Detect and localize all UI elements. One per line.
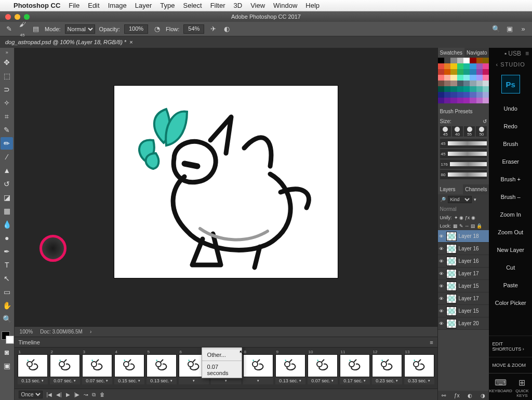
delay-option[interactable]: 10.0 <box>202 347 242 348</box>
frame-delay[interactable]: 0.07 sec. ▾ <box>308 377 338 384</box>
layer-thumb[interactable] <box>446 269 457 278</box>
link-layers-icon[interactable]: ⚯ <box>442 393 446 398</box>
swatch-cell[interactable] <box>438 63 444 69</box>
frame-thumb[interactable] <box>404 354 434 377</box>
blend-mode[interactable]: Normal <box>440 206 457 212</box>
layer-thumb[interactable] <box>446 232 457 241</box>
keyboard-button[interactable]: ⌨KEYBOARD <box>489 374 512 400</box>
lasso-tool[interactable]: ⊃ <box>1 83 13 96</box>
frame-thumb[interactable] <box>50 354 80 377</box>
visibility-icon[interactable]: 👁 <box>439 234 444 239</box>
frame-thumb[interactable] <box>82 354 112 377</box>
loop-select[interactable]: Once <box>19 391 43 398</box>
frame-delay[interactable]: 0.17 sec. ▾ <box>340 377 370 384</box>
swatch-cell[interactable] <box>476 86 483 92</box>
swatch-cell[interactable] <box>470 69 476 75</box>
timeline-menu-icon[interactable]: ≡ <box>430 339 433 345</box>
panel-toggle-icon[interactable]: » <box>518 25 528 33</box>
swatch-cell[interactable] <box>450 92 457 98</box>
brush-preset[interactable]: 45 <box>440 126 451 137</box>
layer-list[interactable]: 👁Layer 18👁Layer 16👁Layer 16👁Layer 17👁Lay… <box>438 230 489 391</box>
path-tool[interactable]: ↖ <box>1 272 13 285</box>
layers-tab[interactable]: Layers <box>438 184 463 194</box>
brush-thumbs[interactable]: 45405550 <box>440 126 487 137</box>
move-tool[interactable]: ✥ <box>1 56 13 69</box>
visibility-icon[interactable]: 👁 <box>439 246 444 251</box>
layer-filter-kind[interactable]: Kind <box>448 196 472 203</box>
swatch-cell[interactable] <box>463 86 470 92</box>
menu-3d[interactable]: 3D <box>234 2 243 9</box>
frame-thumb[interactable] <box>340 354 370 377</box>
fx-icon[interactable]: ƒx <box>454 393 460 398</box>
swatch-cell[interactable] <box>476 81 483 86</box>
delete-frame-button[interactable]: 🗑 <box>100 392 105 397</box>
swatch-cell[interactable] <box>463 98 470 103</box>
close-tab-icon[interactable]: × <box>129 39 132 45</box>
swatch-cell[interactable] <box>483 63 489 69</box>
shortcut-zoom-in[interactable]: Zoom In <box>489 206 532 223</box>
swatch-cell[interactable] <box>444 81 450 86</box>
frame-delay[interactable]: 0.15 sec. ▾ <box>114 377 144 384</box>
mode-select[interactable]: Normal <box>65 24 95 34</box>
swatch-cell[interactable] <box>438 58 444 63</box>
frame-delay[interactable]: ▾ <box>179 377 209 384</box>
swatch-cell[interactable] <box>483 92 489 98</box>
swatch-cell[interactable] <box>483 69 489 75</box>
visibility-icon[interactable]: 👁 <box>439 284 444 289</box>
flow-field[interactable]: 54% <box>183 24 204 34</box>
close-window-button[interactable] <box>5 14 11 20</box>
navigator-tab[interactable]: Navigato <box>464 48 489 58</box>
brush-preset-icon[interactable]: 🖌45 <box>18 20 27 37</box>
eraser-tool[interactable]: ◪ <box>1 191 13 204</box>
swatch-cell[interactable] <box>438 81 444 86</box>
swatch-cell[interactable] <box>476 92 483 98</box>
pressure-opacity-icon[interactable]: ◔ <box>152 25 162 33</box>
status-chevron-icon[interactable]: › <box>90 329 91 335</box>
swatch-cell[interactable] <box>444 86 450 92</box>
swatch-cell[interactable] <box>470 58 476 63</box>
tween-button[interactable]: ↝ <box>84 392 88 397</box>
swatch-cell[interactable] <box>457 69 463 75</box>
swatch-cell[interactable] <box>450 98 457 103</box>
frame-delay[interactable]: 0.23 sec. ▾ <box>372 377 402 384</box>
layer-name[interactable]: Layer 17 <box>459 271 479 276</box>
swatch-cell[interactable] <box>476 75 483 81</box>
app-name[interactable]: Photoshop CC <box>14 2 60 9</box>
swatch-cell[interactable] <box>463 92 470 98</box>
play-button[interactable]: ▶ <box>66 392 70 397</box>
menu-type[interactable]: Type <box>160 2 175 9</box>
zoom-tool[interactable]: 🔍 <box>1 313 13 325</box>
move-zoom-button[interactable]: MOVE & ZOOM <box>489 357 532 373</box>
layer-row[interactable]: 👁Layer 15 <box>438 280 489 292</box>
zoom-readout[interactable]: 100% <box>20 329 33 335</box>
frame-delay[interactable]: 0.13 sec. ▾ <box>147 377 177 384</box>
menu-window[interactable]: Window <box>273 2 297 9</box>
layer-thumb[interactable] <box>446 319 457 328</box>
brush-stroke-preset[interactable]: 45 <box>440 149 487 158</box>
next-frame-button[interactable]: |▶ <box>74 392 80 397</box>
menu-edit[interactable]: Edit <box>88 2 99 9</box>
shortcut-brush--[interactable]: Brush + <box>489 170 532 188</box>
shortcut-zoom-out[interactable]: Zoom Out <box>489 223 532 241</box>
swatch-cell[interactable] <box>450 75 457 81</box>
brush-stroke-preset[interactable]: 45 <box>440 139 487 148</box>
hand-tool[interactable]: ✋ <box>1 299 13 312</box>
layer-row[interactable]: 👁Layer 16 <box>438 255 489 268</box>
visibility-icon[interactable]: 👁 <box>439 321 444 326</box>
menu-help[interactable]: Help <box>305 2 320 9</box>
shortcut-brush--[interactable]: Brush – <box>489 188 532 206</box>
brush-panel-icon[interactable]: ▤ <box>31 25 41 33</box>
reset-icon[interactable]: ↺ <box>483 118 487 124</box>
swatch-cell[interactable] <box>476 58 483 63</box>
wand-tool[interactable]: ✧ <box>1 97 13 109</box>
minimize-window-button[interactable] <box>15 14 20 20</box>
frame-thumb[interactable] <box>308 354 338 377</box>
layer-thumb[interactable] <box>446 282 457 291</box>
layer-thumb[interactable] <box>446 294 457 303</box>
timeline-frame[interactable]: 120.23 sec. ▾ <box>372 350 402 384</box>
swatch-cell[interactable] <box>463 58 470 63</box>
frame-delay[interactable]: 0.07 sec. ▾ <box>82 377 112 384</box>
swatch-cell[interactable] <box>463 75 470 81</box>
layer-row[interactable]: 👁Layer 15 <box>438 305 489 317</box>
swatch-cell[interactable] <box>470 98 476 103</box>
